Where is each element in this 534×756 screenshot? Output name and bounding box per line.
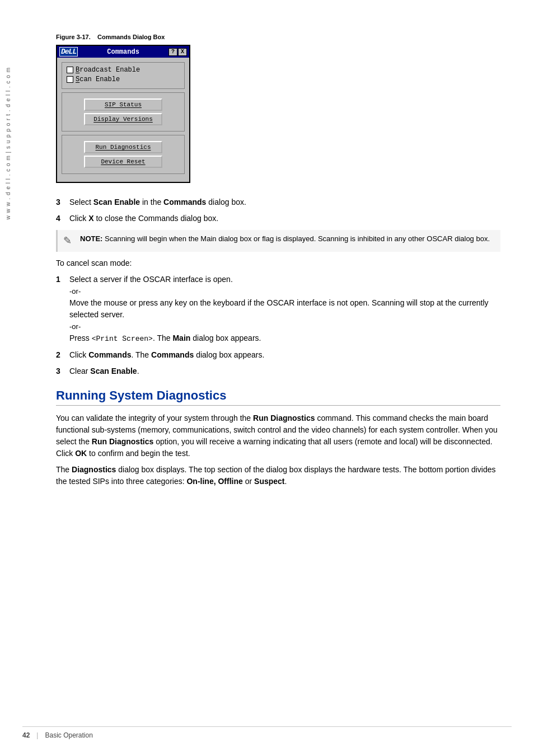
dialog-titlebar: DeLL Commands ? X bbox=[57, 46, 189, 58]
or-separator-2: -or- bbox=[69, 322, 81, 331]
display-versions-button[interactable]: Display Versions bbox=[84, 113, 162, 125]
run-diagnostics-button[interactable]: Run Diagnostics bbox=[84, 141, 162, 153]
page-container: w w w . d e l l . c o m | s u p p o r t … bbox=[0, 0, 534, 756]
sip-status-button[interactable]: SIP Status bbox=[84, 98, 162, 111]
titlebar-buttons: ? X bbox=[168, 48, 187, 56]
checkbox-box-scan[interactable] bbox=[67, 76, 73, 83]
body-paragraph-1: You can validate the integrity of your s… bbox=[56, 412, 500, 459]
or-separator-1: -or- bbox=[69, 287, 81, 295]
step-4: 4 Click X to close the Commands dialog b… bbox=[56, 213, 500, 224]
footer: 42 | Basic Operation bbox=[22, 726, 512, 739]
dell-logo: DeLL bbox=[59, 47, 78, 57]
step-4-content: Click X to close the Commands dialog box… bbox=[69, 213, 500, 224]
step-4-number: 4 bbox=[56, 213, 64, 224]
broadcast-enable-checkbox[interactable]: Broadcast Enable bbox=[67, 66, 180, 74]
checkboxes-section: Broadcast Enable Scan Enable bbox=[62, 62, 185, 89]
cancel-step-1-content: Select a server if the OSCAR interface i… bbox=[69, 274, 500, 345]
cancel-scan-steps: 1 Select a server if the OSCAR interface… bbox=[56, 274, 500, 377]
checkbox-box-broadcast[interactable] bbox=[67, 67, 73, 73]
footer-divider: | bbox=[36, 731, 38, 739]
cancel-scan-intro: To cancel scan mode: bbox=[56, 257, 500, 269]
scan-enable-label: Scan Enable bbox=[76, 76, 120, 83]
footer-section: Basic Operation bbox=[45, 731, 92, 739]
cancel-step-3: 3 Clear Scan Enable. bbox=[56, 365, 500, 377]
note-box: ✎ NOTE: Scanning will begin when the Mai… bbox=[56, 230, 500, 252]
cancel-step-2: 2 Click Commands. The Commands dialog bo… bbox=[56, 349, 500, 361]
device-reset-button[interactable]: Device Reset bbox=[84, 156, 162, 168]
footer-page-number: 42 bbox=[22, 731, 30, 739]
side-text: w w w . d e l l . c o m | s u p p o r t … bbox=[0, 56, 16, 231]
figure-label: Figure 3-17. bbox=[56, 34, 91, 40]
step-3-number: 3 bbox=[56, 196, 64, 208]
dialog-title: Commands bbox=[78, 48, 168, 56]
cancel-step-3-content: Clear Scan Enable. bbox=[69, 365, 500, 377]
close-button[interactable]: X bbox=[178, 48, 187, 56]
note-text: NOTE: Scanning will begin when the Main … bbox=[80, 233, 490, 248]
scan-enable-checkbox[interactable]: Scan Enable bbox=[67, 76, 180, 83]
cancel-step-2-number: 2 bbox=[56, 349, 64, 361]
main-content: Figure 3-17. Commands Dialog Box DeLL Co… bbox=[22, 0, 534, 756]
note-icon: ✎ bbox=[63, 233, 76, 248]
step-3-content: Select Scan Enable in the Commands dialo… bbox=[69, 196, 500, 208]
figure-title: Commands Dialog Box bbox=[97, 34, 165, 40]
step-3: 3 Select Scan Enable in the Commands dia… bbox=[56, 196, 500, 208]
section-heading: Running System Diagnostics bbox=[56, 388, 500, 406]
cancel-step-2-content: Click Commands. The Commands dialog box … bbox=[69, 349, 500, 361]
commands-dialog-box: DeLL Commands ? X Broadcast Enable Scan bbox=[56, 45, 190, 183]
steps-list: 3 Select Scan Enable in the Commands dia… bbox=[56, 196, 500, 224]
help-button[interactable]: ? bbox=[168, 48, 177, 56]
cancel-step-3-number: 3 bbox=[56, 365, 64, 377]
status-versions-section: SIP Status Display Versions bbox=[62, 92, 185, 132]
figure-caption: Figure 3-17. Commands Dialog Box bbox=[56, 34, 500, 40]
broadcast-enable-label: Broadcast Enable bbox=[76, 66, 140, 74]
cancel-step-1: 1 Select a server if the OSCAR interface… bbox=[56, 274, 500, 345]
cancel-step-1-number: 1 bbox=[56, 274, 64, 345]
diagnostics-reset-section: Run Diagnostics Device Reset bbox=[62, 135, 185, 174]
dialog-body: Broadcast Enable Scan Enable SIP Status … bbox=[57, 58, 189, 182]
body-paragraph-2: The Diagnostics dialog box displays. The… bbox=[56, 464, 500, 487]
